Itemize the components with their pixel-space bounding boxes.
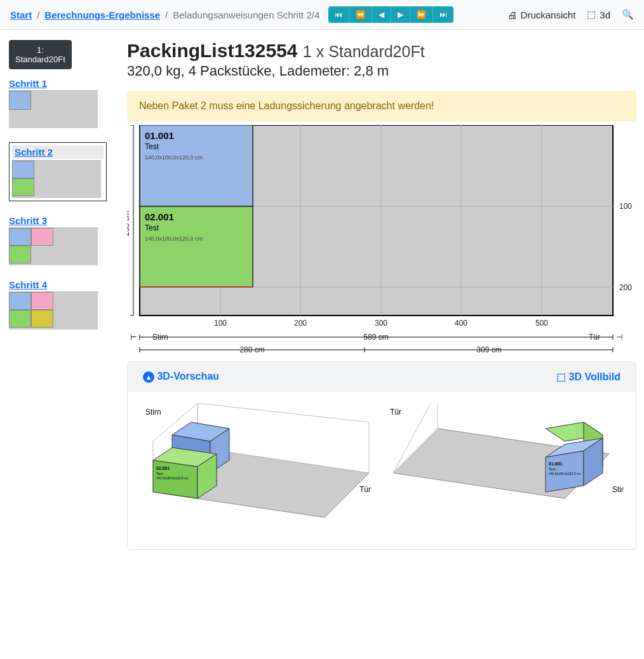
chevron-up-icon: ▲ xyxy=(143,371,154,383)
svg-text:Test: Test xyxy=(549,467,556,471)
3d-label: 3d xyxy=(600,10,610,20)
breadcrumb-sep: / xyxy=(37,10,39,20)
cube-icon: ⬚ xyxy=(587,9,596,20)
svg-text:02.001: 02.001 xyxy=(156,466,170,470)
svg-text:280 cm: 280 cm xyxy=(239,345,264,354)
step-label[interactable]: Schritt 2 xyxy=(12,145,104,159)
container-name: Standard20Ft xyxy=(15,55,65,64)
page-title: PackingList132554 1 x Standard20Ft xyxy=(127,40,636,62)
svg-text:Stirn: Stirn xyxy=(152,333,168,342)
svg-text:235 cm: 235 cm xyxy=(127,211,131,236)
breadcrumb-current: Beladungsanweisungen Schritt 2/4 xyxy=(173,10,319,20)
print-icon: 🖨 xyxy=(507,10,517,20)
svg-text:300: 300 xyxy=(375,319,387,328)
print-view-button[interactable]: 🖨 Druckansicht xyxy=(507,10,576,20)
svg-text:Test: Test xyxy=(145,142,159,151)
plan-view: 235 cm 01.001 Test 140,0x100,0x120,0 cm xyxy=(127,125,636,354)
search-icon: 🔍 xyxy=(622,9,634,20)
svg-text:⊣: ⊣ xyxy=(616,333,622,342)
step-label[interactable]: Schritt 3 xyxy=(9,215,107,226)
svg-text:Tür: Tür xyxy=(359,485,371,494)
svg-text:589 cm: 589 cm xyxy=(363,333,388,342)
print-label: Druckansicht xyxy=(521,10,576,20)
top-bar: Start / Berechnungs-Ergebnisse / Beladun… xyxy=(0,0,644,30)
top-right-actions: 🖨 Druckansicht ⬚ 3d 🔍 xyxy=(507,9,634,20)
step-thumb xyxy=(12,160,101,198)
nav-first-button[interactable]: ⏮ xyxy=(328,6,349,23)
sidebar-step-4[interactable]: Schritt 4 xyxy=(9,279,107,330)
nav-last-button[interactable]: ⏭ xyxy=(433,6,453,23)
iso-view-left[interactable]: 02.001 Test 140,0x100,0x120,0 cm Stirn T… xyxy=(134,403,377,530)
iso-view-right[interactable]: 01.001 Test 140,0x100,0x120,0 cm Tür Sti… xyxy=(387,403,629,530)
sidebar-step-1[interactable]: Schritt 1 xyxy=(9,78,107,128)
3d-full-label: 3D Vollbild xyxy=(569,371,621,382)
sidebar-step-2[interactable]: Schritt 2 xyxy=(9,142,107,201)
title-suffix: 1 x Standard20Ft xyxy=(303,43,425,60)
svg-text:309 cm: 309 cm xyxy=(476,345,501,354)
page-subtitle: 320,0 kg, 4 Packstücke, Lademeter: 2,8 m xyxy=(127,63,636,79)
main-content: PackingList132554 1 x Standard20Ft 320,0… xyxy=(114,36,644,557)
breadcrumb-start[interactable]: Start xyxy=(10,10,32,20)
breadcrumb-results[interactable]: Berechnungs-Ergebnisse xyxy=(44,10,160,20)
3d-fullscreen-link[interactable]: ⬚ 3D Vollbild xyxy=(556,371,621,383)
svg-text:140,0x100,0x120,0 cm: 140,0x100,0x120,0 cm xyxy=(145,236,203,242)
svg-text:140,0x100,0x120,0 cm: 140,0x100,0x120,0 cm xyxy=(145,154,203,161)
svg-text:500: 500 xyxy=(535,319,548,328)
zoom-button[interactable]: 🔍 xyxy=(622,9,634,20)
step-thumb xyxy=(9,227,98,265)
svg-text:200: 200 xyxy=(619,283,632,292)
svg-text:Test: Test xyxy=(156,472,163,476)
nav-next-button[interactable]: ▶ xyxy=(391,6,410,23)
container-index: 1: xyxy=(15,45,65,55)
svg-text:Tür: Tür xyxy=(589,333,600,342)
svg-text:200: 200 xyxy=(294,319,307,328)
nav-rewind-button[interactable]: ⏪ xyxy=(349,6,372,23)
preview-title: 3D-Vorschau xyxy=(157,371,219,382)
breadcrumb-sep: / xyxy=(165,10,168,20)
svg-text:Test: Test xyxy=(145,223,159,232)
svg-text:Stir: Stir xyxy=(612,485,624,494)
sidebar-step-3[interactable]: Schritt 3 xyxy=(9,215,107,265)
svg-text:01.001: 01.001 xyxy=(145,130,174,141)
svg-text:140,0x100,0x120,0 cm: 140,0x100,0x120,0 cm xyxy=(549,472,581,476)
title-name: PackingList132554 xyxy=(127,40,298,61)
svg-text:400: 400 xyxy=(455,319,467,328)
step-label[interactable]: Schritt 4 xyxy=(9,279,107,290)
svg-text:Stirn: Stirn xyxy=(145,408,161,416)
svg-text:⊢: ⊢ xyxy=(130,333,137,342)
preview-card: ▲ 3D-Vorschau ⬚ 3D Vollbild xyxy=(127,361,636,550)
preview-card-body: 02.001 Test 140,0x100,0x120,0 cm Stirn T… xyxy=(128,392,636,549)
container-chip[interactable]: 1: Standard20Ft xyxy=(9,40,72,69)
collapse-preview-link[interactable]: ▲ 3D-Vorschau xyxy=(143,371,219,383)
sidebar: 1: Standard20Ft Schritt 1 Schritt 2 Schr… xyxy=(0,36,114,557)
nav-forward-button[interactable]: ⏩ xyxy=(410,6,433,23)
svg-text:100: 100 xyxy=(619,202,632,211)
svg-text:02.001: 02.001 xyxy=(145,211,174,222)
warning-alert: Neben Paket 2 muss eine Ladungssicherung… xyxy=(127,91,636,121)
3d-button[interactable]: ⬚ 3d xyxy=(587,9,610,20)
step-thumb xyxy=(9,90,98,128)
cube-icon: ⬚ xyxy=(556,371,566,382)
step-nav-group: ⏮ ⏪ ◀ ▶ ⏩ ⏭ xyxy=(328,6,453,23)
svg-text:01.001: 01.001 xyxy=(549,462,563,466)
svg-text:140,0x100,0x120,0 cm: 140,0x100,0x120,0 cm xyxy=(156,476,189,480)
step-label[interactable]: Schritt 1 xyxy=(9,78,107,89)
nav-prev-button[interactable]: ◀ xyxy=(372,6,391,23)
svg-text:Tür: Tür xyxy=(390,408,401,416)
breadcrumb: Start / Berechnungs-Ergebnisse / Beladun… xyxy=(10,10,319,20)
step-thumb xyxy=(9,291,98,330)
preview-card-header: ▲ 3D-Vorschau ⬚ 3D Vollbild xyxy=(128,362,636,392)
svg-text:100: 100 xyxy=(214,319,227,328)
